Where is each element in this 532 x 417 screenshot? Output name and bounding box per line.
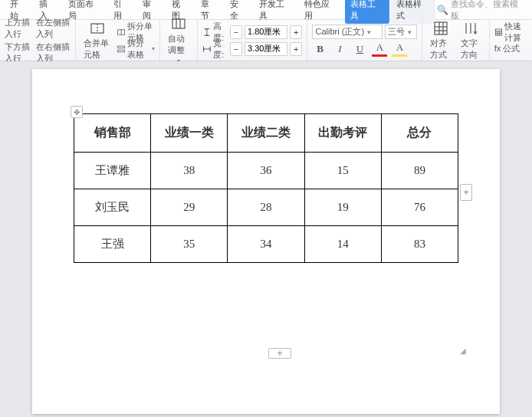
insert-row-below[interactable]: 下方插入行 [5, 41, 33, 64]
ribbon-group-autofit: 自动调整 ▾ [160, 20, 198, 61]
ribbon-group-size: 高度: − + 宽度: − + [198, 20, 308, 61]
document-page: ✥ 销售部 业绩一类 业绩二类 出勤考评 总分 王谭雅 38 36 15 89 [32, 69, 500, 414]
table-add-row-handle[interactable]: + [268, 348, 291, 359]
search-placeholder: 查找命令、搜索模板 [451, 0, 526, 21]
table-header-row[interactable]: 销售部 业绩一类 业绩二类 出勤考评 总分 [74, 114, 458, 153]
table-header-cell[interactable]: 业绩二类 [228, 114, 304, 153]
table-row[interactable]: 刘玉民 29 28 19 76 [74, 189, 458, 226]
svg-rect-15 [435, 22, 447, 34]
height-decrease[interactable]: − [230, 25, 242, 39]
merge-cells-label: 合并单元格 [84, 38, 111, 61]
quick-calc-button[interactable]: 快速计算 [494, 25, 527, 40]
split-table-icon [117, 43, 125, 55]
table-cell[interactable]: 89 [381, 153, 458, 189]
ribbon-group-calc: 快速计算 fx 公式 [490, 20, 532, 61]
main-menu-bar: 开始 插入 页面布局 引用 审阅 视图 章节 安全 开发工具 特色应用 表格工具… [0, 0, 532, 20]
autofit-label: 自动调整 [168, 33, 189, 56]
ribbon: 上方插入行 下方插入行 在左侧插入列 在右侧插入列 合并单元格 拆分单元格 拆分… [0, 20, 532, 61]
italic-button[interactable]: I [332, 41, 347, 57]
font-size-value: 三号 [388, 26, 405, 38]
table-cell[interactable]: 14 [304, 226, 381, 263]
text-direction-label: 文字方向 [461, 38, 481, 61]
document-workspace: ✥ 销售部 业绩一类 业绩二类 出勤考评 总分 王谭雅 38 36 15 89 [0, 61, 532, 417]
split-table-button[interactable]: 拆分表格 ▾ [117, 41, 155, 57]
ribbon-group-insert: 上方插入行 下方插入行 在左侧插入列 在右侧插入列 [0, 20, 76, 61]
table-cell[interactable]: 76 [381, 189, 458, 226]
autofit-button[interactable]: 自动调整 ▾ [165, 16, 192, 64]
sales-table[interactable]: 销售部 业绩一类 业绩二类 出勤考评 总分 王谭雅 38 36 15 89 刘玉… [74, 113, 458, 263]
chevron-down-icon: ▾ [152, 45, 155, 52]
quick-calc-label: 快速计算 [504, 21, 527, 44]
insert-col-right[interactable]: 在右侧插入列 [36, 41, 71, 64]
table-cell[interactable]: 19 [304, 189, 381, 226]
split-table-label: 拆分表格 [127, 38, 149, 61]
ribbon-group-merge: 合并单元格 拆分单元格 拆分表格 ▾ [76, 20, 160, 61]
text-direction-icon [463, 21, 478, 36]
table-cell[interactable]: 83 [381, 226, 458, 263]
height-increase[interactable]: + [290, 25, 302, 39]
split-cells-icon [117, 26, 125, 38]
ribbon-group-font: Calibri (正文) 三号 B I U A A [307, 20, 422, 61]
svg-rect-6 [172, 19, 185, 28]
table-header-cell[interactable]: 总分 [381, 114, 458, 153]
table-move-handle[interactable]: ✥ [71, 106, 83, 118]
table-cell[interactable]: 35 [151, 226, 228, 263]
ribbon-group-align: 对齐方式 文字方向 [422, 20, 489, 61]
table-cell[interactable]: 王谭雅 [74, 153, 151, 189]
calc-icon [494, 26, 503, 38]
width-label: 宽度: [213, 38, 227, 61]
table-cell[interactable]: 28 [228, 189, 304, 226]
table-cell[interactable]: 34 [228, 226, 304, 263]
table-cell[interactable]: 36 [228, 153, 304, 189]
font-name-select[interactable]: Calibri (正文) [312, 25, 383, 39]
row-height-icon [202, 26, 212, 38]
insert-row-above[interactable]: 上方插入行 [5, 17, 33, 40]
font-name-value: Calibri (正文) [315, 26, 364, 38]
table-row[interactable]: 王强 35 34 14 83 [74, 226, 458, 263]
table-header-cell[interactable]: 业绩一类 [151, 114, 228, 153]
merge-icon [90, 21, 105, 36]
formula-button[interactable]: fx 公式 [494, 41, 527, 57]
underline-button[interactable]: U [352, 41, 367, 57]
svg-rect-23 [495, 28, 501, 34]
font-color-button[interactable]: A [372, 41, 387, 57]
table-add-column-handle[interactable]: + [460, 184, 472, 201]
font-size-select[interactable]: 三号 [385, 25, 417, 39]
bold-button[interactable]: B [312, 41, 327, 57]
height-input[interactable] [245, 25, 287, 39]
col-width-icon [202, 43, 212, 55]
highlight-button[interactable]: A [392, 41, 407, 57]
table-header-cell[interactable]: 销售部 [74, 114, 151, 153]
command-search[interactable]: 🔍 查找命令、搜索模板 [437, 0, 532, 21]
table-row[interactable]: 王谭雅 38 36 15 89 [74, 153, 458, 189]
table-cell[interactable]: 15 [304, 153, 381, 189]
table-cell[interactable]: 29 [151, 189, 228, 226]
formula-label: fx 公式 [494, 43, 521, 54]
align-label: 对齐方式 [430, 38, 451, 61]
width-decrease[interactable]: − [230, 42, 242, 56]
table-header-cell[interactable]: 出勤考评 [304, 114, 381, 153]
table-resize-handle[interactable]: ◢ [460, 346, 469, 356]
table-cell[interactable]: 王强 [74, 226, 151, 263]
merge-cells-button[interactable]: 合并单元格 [80, 21, 114, 61]
svg-rect-5 [118, 50, 125, 52]
search-icon: 🔍 [437, 5, 448, 15]
width-increase[interactable]: + [290, 42, 302, 56]
align-icon [433, 21, 448, 36]
align-button[interactable]: 对齐方式 [427, 21, 454, 61]
autofit-icon [171, 16, 186, 31]
table-cell[interactable]: 38 [151, 153, 228, 189]
table-cell[interactable]: 刘玉民 [74, 189, 151, 226]
text-direction-button[interactable]: 文字方向 [458, 21, 484, 61]
svg-rect-4 [118, 46, 125, 48]
width-input[interactable] [245, 42, 287, 56]
insert-col-left[interactable]: 在左侧插入列 [36, 17, 71, 40]
